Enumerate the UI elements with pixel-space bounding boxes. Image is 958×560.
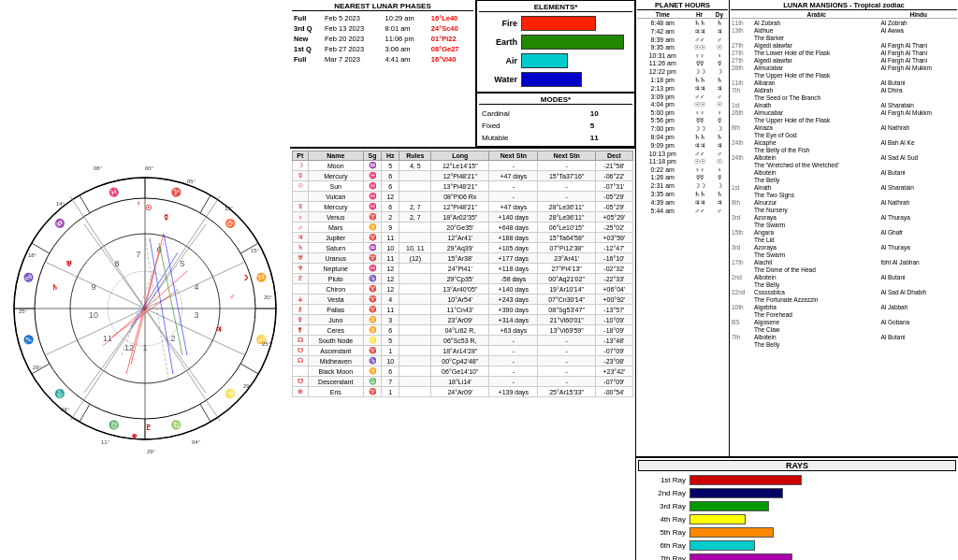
lm-hindu: Ibht Al Jabhan xyxy=(879,258,957,266)
planet-row: ☿ Mercury ♓ 6 2, 7 12°Pi48'21" +47 days … xyxy=(293,202,633,212)
planet-symbol xyxy=(293,366,309,377)
lm-hindu: Al Zobrah xyxy=(879,19,957,27)
ph-dy: ♃ xyxy=(711,198,728,207)
ph-dy: ♀ xyxy=(711,165,728,173)
lm-arabic: The Belly xyxy=(753,176,879,183)
phase-pos: 24°Sc40 xyxy=(429,23,473,34)
planet-hz: 5 xyxy=(382,161,399,171)
modes-table: Cardinal 10 Fixed 5 Mutable 11 xyxy=(479,108,632,144)
lm-num: 24th xyxy=(731,138,753,146)
planet-row: ☉ Sun ♓ 6 13°Pi48'21" - - -07°31' xyxy=(293,181,633,192)
lm-hindu: Al Sad Al Dhabih xyxy=(879,288,957,295)
lunar-mansion-row: The Barker xyxy=(731,34,957,41)
ph-hr: ♄♄ xyxy=(689,76,711,84)
element-bar xyxy=(521,35,624,50)
lm-hindu xyxy=(879,161,957,168)
svg-text:♃: ♃ xyxy=(215,325,222,334)
planet-stn2: 28°Le36'11" xyxy=(538,202,595,212)
lunar-mansion-row: 7th Aldirah Al Dhira xyxy=(731,86,957,93)
lm-num xyxy=(731,161,753,168)
lm-num xyxy=(731,34,753,41)
planet-symbol: ♄ xyxy=(293,243,309,253)
planet-name: Pluto xyxy=(308,274,363,284)
planet-symbol: ☊ xyxy=(293,356,309,366)
lunar-phase-row: New Feb 20 2023 11:06 pm 01°Pi22 xyxy=(292,34,473,44)
planet-decl: -13°57' xyxy=(595,305,632,315)
planet-stn1: - xyxy=(489,377,538,387)
lunar-mansion-row: The Belly xyxy=(731,280,957,288)
planet-sg: ♒ xyxy=(363,161,382,171)
planet-symbol: ⚷ xyxy=(293,305,309,315)
lm-hindu xyxy=(879,251,957,258)
ph-hr: ♄♄ xyxy=(689,19,711,28)
mode-value: 10 xyxy=(588,108,632,120)
planet-decl: -12°47' xyxy=(595,243,632,253)
planet-name: Descendant xyxy=(308,377,363,387)
ph-dy: ☉ xyxy=(711,100,728,108)
lunar-phases-title: NEAREST LUNAR PHASES xyxy=(292,2,473,11)
planet-sg: ♑ xyxy=(363,356,382,366)
lm-num: 8th xyxy=(731,198,753,206)
svg-text:10°: 10° xyxy=(225,206,234,211)
phase-pos: 16°Le40 xyxy=(429,13,473,23)
planet-symbol: ♅ xyxy=(293,253,309,264)
ph-dy: ♂ xyxy=(711,93,728,100)
lunar-mansion-row: The Upper Hole of the Flask xyxy=(731,71,957,79)
planet-long: 12°Pi48'21" xyxy=(431,171,489,181)
planet-name: Saturn xyxy=(308,243,363,253)
lm-hindu: Al Sharatain xyxy=(879,101,957,108)
lunar-mansion-row: 8th Alnurzur Al Nathrah xyxy=(731,198,957,206)
lm-hindu: Al Ghafr xyxy=(879,228,957,236)
ph-hr: ☉☉ xyxy=(689,43,711,51)
planet-hour-row: 4:39 am ♃♃ ♃ xyxy=(637,198,728,207)
lm-hindu: Al Sad Al Sud xyxy=(879,153,957,161)
lm-num xyxy=(731,191,753,198)
svg-text:♄: ♄ xyxy=(51,283,58,292)
planet-name: Mercury xyxy=(308,202,363,212)
planet-row: ⊕ Eris ♈ 1 24°Ar09' +139 days 25°Ar15'33… xyxy=(293,387,633,397)
ray-label: 4th Ray xyxy=(638,515,689,524)
lunar-mansion-row: 7th Albotein Al Butani xyxy=(731,333,957,340)
lunar-mansion-row: 10th Algebha Al Jabbah xyxy=(731,303,957,310)
lunar-mansion-row: The Belly xyxy=(731,176,957,183)
mode-row: Cardinal 10 xyxy=(479,108,632,120)
svg-text:04°: 04° xyxy=(192,439,201,445)
ph-hr: ♂♂ xyxy=(689,36,711,43)
planet-hz: 2 xyxy=(382,212,399,223)
planet-sg: ♈ xyxy=(363,387,382,397)
planet-hz: 12 xyxy=(382,264,399,274)
svg-text:04°: 04° xyxy=(61,407,70,412)
planet-symbol: ♀ xyxy=(293,212,309,223)
lunar-phase-row: 3rd Q Feb 13 2023 8:01 am 24°Sc40 xyxy=(292,23,473,34)
lm-arabic: Albotein xyxy=(753,153,879,161)
lm-num: 11th xyxy=(731,79,753,86)
lm-hindu xyxy=(879,236,957,243)
lm-hindu xyxy=(879,310,957,318)
ph-hr: ♂♂ xyxy=(689,207,711,214)
planet-symbol: ☿ xyxy=(293,202,309,212)
ray-row: 6th Ray xyxy=(638,539,956,552)
planet-hour-row: 5:44 am ♂♂ ♂ xyxy=(637,207,728,214)
lm-arabic: The Dome of the Head xyxy=(753,266,879,273)
planet-row: ⚷ Pallas ♈ 11 11°Cn43' +390 days 08°Sg53… xyxy=(293,305,633,315)
ray-bar xyxy=(689,553,792,560)
phase-time: 10:29 am xyxy=(383,13,428,23)
svg-text:08°: 08° xyxy=(94,165,103,171)
ph-hr: ♀♀ xyxy=(689,51,711,59)
planet-decl: -00°54' xyxy=(595,387,632,397)
planet-name: Vulcan xyxy=(308,192,363,202)
phase-time: 8:01 am xyxy=(383,23,428,34)
lunar-mansion-row: 22nd Csssssblca Al Sad Al Dhabih xyxy=(731,288,957,295)
planet-col-header: Next Stn xyxy=(489,151,538,161)
lm-num: 1st xyxy=(731,101,753,108)
planet-rules xyxy=(399,192,431,202)
planet-hz: 1 xyxy=(382,387,399,397)
planet-col-header: Next Stn xyxy=(538,151,595,161)
planet-hz: 5 xyxy=(382,336,399,346)
ph-time: 8:04 pm xyxy=(637,133,689,141)
lm-arabic: Algosene xyxy=(753,318,879,325)
lunar-mansion-row: 13th Aldhue Al Awwa xyxy=(731,26,957,34)
planet-hz: 11 xyxy=(382,253,399,264)
planet-stn1: +118 days xyxy=(489,264,538,274)
lm-arabic: Csssssblca xyxy=(753,288,879,295)
